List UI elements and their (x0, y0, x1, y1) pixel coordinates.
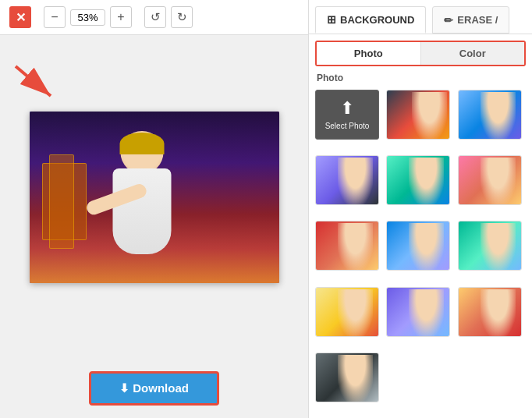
list-item[interactable] (315, 155, 379, 205)
layers-icon: ⊞ (327, 13, 336, 26)
list-item[interactable] (458, 221, 522, 271)
zoom-in-button[interactable]: + (110, 6, 132, 28)
sub-tab-photo-button[interactable]: Photo (317, 42, 420, 65)
list-item[interactable] (458, 155, 522, 205)
sub-tab-color-button[interactable]: Color (420, 42, 525, 65)
photo-section-label: Photo (309, 66, 532, 87)
zoom-display: 53% (70, 9, 105, 26)
download-button[interactable]: ⬇ Download (89, 371, 219, 406)
right-panel: ⊞ BACKGROUND ✏ ERASE / Photo Color Photo… (308, 0, 532, 418)
list-item[interactable] (315, 221, 379, 271)
bottom-bar: ⬇ Download (0, 359, 308, 418)
tab-background[interactable]: ⊞ BACKGROUND (315, 6, 426, 34)
list-item[interactable] (386, 221, 450, 271)
list-item[interactable] (315, 352, 379, 402)
list-item[interactable] (458, 90, 522, 140)
list-item[interactable] (386, 155, 450, 205)
main-canvas-image (30, 112, 279, 283)
toolbar: ✕ − 53% + ↺ ↻ (0, 0, 308, 35)
sub-tabs-wrapper: Photo Color (315, 41, 526, 66)
undo-redo-controls: ↺ ↻ (144, 6, 193, 28)
list-item[interactable] (386, 90, 450, 140)
undo-button[interactable]: ↺ (144, 6, 166, 28)
list-item[interactable] (315, 287, 379, 337)
canvas-area (0, 35, 308, 359)
left-panel: ✕ − 53% + ↺ ↻ (0, 0, 308, 418)
city-background (30, 112, 279, 283)
eraser-icon: ✏ (444, 14, 453, 27)
tab-erase[interactable]: ✏ ERASE / (432, 6, 509, 34)
svg-line-1 (16, 66, 51, 96)
upload-icon: ⬆ (340, 98, 354, 119)
redo-button[interactable]: ↻ (171, 6, 193, 28)
right-tabs: ⊞ BACKGROUND ✏ ERASE / (309, 0, 532, 34)
zoom-out-button[interactable]: − (44, 6, 66, 28)
photo-grid: ⬆ Select Photo (309, 87, 532, 418)
zoom-controls: − 53% + (44, 6, 132, 28)
select-photo-button[interactable]: ⬆ Select Photo (315, 90, 379, 140)
list-item[interactable] (458, 287, 522, 337)
red-arrow-indicator (8, 58, 70, 105)
close-button[interactable]: ✕ (9, 6, 31, 28)
list-item[interactable] (386, 287, 450, 337)
